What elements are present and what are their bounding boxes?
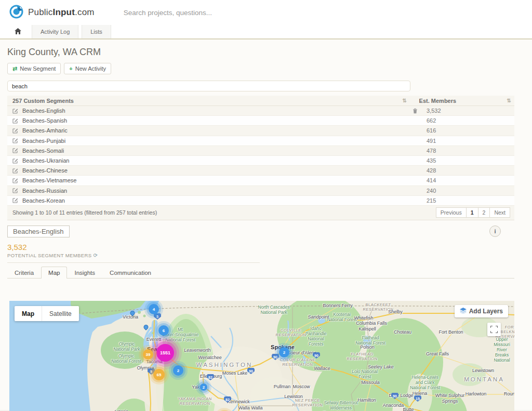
column-header-segments[interactable]: 257 Custom Segments bbox=[7, 98, 395, 104]
table-row[interactable]: Beaches-Vietnamese 414 bbox=[7, 176, 514, 185]
segment-name[interactable]: Beaches-Korean bbox=[22, 197, 65, 204]
pagination: Previous12Next bbox=[436, 207, 510, 218]
map-type-control: Map Satellite bbox=[15, 306, 79, 321]
edit-segment-icon[interactable] bbox=[12, 118, 18, 124]
segment-members: 435 bbox=[424, 157, 514, 164]
edit-segment-icon[interactable] bbox=[12, 168, 18, 174]
plus-icon: + bbox=[69, 65, 72, 72]
map-cluster-marker[interactable]: 2 bbox=[200, 383, 207, 391]
segment-name[interactable]: Beaches-Amharic bbox=[22, 127, 68, 134]
sort-icon[interactable]: ⇅ bbox=[395, 98, 414, 103]
edit-segment-icon[interactable] bbox=[12, 197, 18, 203]
home-icon bbox=[15, 28, 21, 35]
detail-tab-communication[interactable]: Communication bbox=[102, 267, 158, 279]
detail-tab-map[interactable]: Map bbox=[41, 267, 67, 279]
nav-tabbar: Activity Log Lists bbox=[0, 25, 532, 39]
member-count: 3,532 bbox=[7, 243, 514, 251]
table-row[interactable]: Beaches-Russian 240 bbox=[7, 186, 514, 196]
fullscreen-button[interactable] bbox=[487, 323, 501, 336]
segments-table: 257 Custom Segments ⇅ Est. Members ⇅ Bea… bbox=[7, 96, 514, 220]
edit-segment-icon[interactable] bbox=[12, 148, 18, 153]
segments-table-body: Beaches-English 3,532 Beaches-Spanish 66… bbox=[7, 106, 514, 206]
segment-name[interactable]: Beaches-Spanish bbox=[22, 117, 67, 124]
detail-tab-insights[interactable]: Insights bbox=[67, 267, 102, 279]
tab-activity-log[interactable]: Activity Log bbox=[32, 25, 78, 38]
tab-lists[interactable]: Lists bbox=[82, 25, 111, 38]
page-button-2[interactable]: 2 bbox=[478, 207, 490, 218]
detail-tabs: CriteriaMapInsightsCommunication bbox=[7, 266, 514, 279]
segment-name[interactable]: Beaches-Somali bbox=[22, 148, 64, 154]
table-row[interactable]: Beaches-Amharic 616 bbox=[7, 126, 514, 136]
page-button-next[interactable]: Next bbox=[489, 207, 510, 218]
edit-segment-icon[interactable] bbox=[12, 158, 18, 164]
sort-desc-icon[interactable]: ⇅ bbox=[507, 98, 511, 103]
table-header[interactable]: 257 Custom Segments ⇅ Est. Members ⇅ bbox=[7, 96, 514, 106]
edit-segment-icon[interactable] bbox=[12, 188, 18, 193]
edit-segment-icon[interactable] bbox=[12, 128, 18, 134]
map-cluster-marker[interactable]: 39 bbox=[143, 349, 153, 360]
segment-name[interactable]: Beaches-Russian bbox=[22, 188, 67, 194]
segment-name[interactable]: Beaches-Chinese bbox=[22, 167, 68, 174]
refresh-icon[interactable]: ⟳ bbox=[94, 253, 98, 258]
main-content: King County, WA CRM ⇄ New Segment + New … bbox=[0, 39, 532, 410]
segment-members: 240 bbox=[424, 188, 514, 194]
segment-name[interactable]: Beaches-Vietnamese bbox=[22, 177, 76, 183]
table-row[interactable]: Beaches-Korean 215 bbox=[7, 196, 514, 206]
layers-icon bbox=[460, 308, 467, 315]
segment-members: 616 bbox=[424, 127, 514, 134]
segment-name-box[interactable]: Beaches-English bbox=[7, 226, 70, 237]
brand-text: PublicInput.com bbox=[28, 7, 95, 18]
table-row[interactable]: Beaches-English 3,532 bbox=[7, 106, 514, 116]
table-row[interactable]: Beaches-Ukranian 435 bbox=[7, 156, 514, 166]
fullscreen-icon bbox=[490, 326, 498, 333]
segment-filter-input[interactable] bbox=[7, 81, 410, 91]
segment-arrows-icon: ⇄ bbox=[12, 65, 17, 72]
table-row[interactable]: Beaches-Punjabi 491 bbox=[7, 136, 514, 146]
map-type-map-button[interactable]: Map bbox=[15, 306, 42, 321]
page-button-previous[interactable]: Previous bbox=[436, 207, 467, 218]
add-layers-button[interactable]: Add Layers bbox=[455, 305, 508, 317]
column-header-members[interactable]: Est. Members bbox=[417, 98, 507, 104]
map-terrain bbox=[9, 301, 514, 411]
page-title: King County, WA CRM bbox=[0, 39, 532, 58]
global-search-input[interactable] bbox=[124, 9, 290, 17]
publicinput-logo-icon bbox=[9, 5, 23, 21]
segment-members: 478 bbox=[424, 148, 514, 154]
map-cluster-marker[interactable]: 4 bbox=[149, 304, 159, 314]
map-cluster-marker[interactable]: 2 bbox=[173, 365, 183, 376]
member-count-label: POTENTIAL SEGMENT MEMBERS ⟳ bbox=[7, 253, 514, 258]
edit-segment-icon[interactable] bbox=[12, 138, 18, 143]
map-cluster-marker[interactable]: 6 bbox=[158, 325, 169, 336]
table-row[interactable]: Beaches-Somali 478 bbox=[7, 146, 514, 156]
map-container[interactable]: VictoriaNorth Cascades National ParkBonn… bbox=[9, 301, 514, 411]
segment-members: 428 bbox=[424, 167, 514, 174]
segment-detail: Beaches-English i 3,532 POTENTIAL SEGMEN… bbox=[7, 226, 514, 279]
new-segment-button[interactable]: ⇄ New Segment bbox=[7, 63, 61, 74]
top-header: PublicInput.com bbox=[0, 0, 532, 25]
segment-name[interactable]: Beaches-Punjabi bbox=[22, 138, 65, 144]
page-button-1[interactable]: 1 bbox=[466, 207, 478, 218]
divider bbox=[7, 262, 260, 263]
edit-segment-icon[interactable] bbox=[12, 178, 18, 183]
segment-members: 215 bbox=[424, 197, 514, 204]
map-type-satellite-button[interactable]: Satellite bbox=[42, 306, 79, 321]
info-button[interactable]: i bbox=[489, 226, 501, 237]
detail-tab-criteria[interactable]: Criteria bbox=[7, 267, 41, 279]
new-activity-button[interactable]: + New Activity bbox=[64, 63, 111, 74]
edit-segment-icon[interactable] bbox=[12, 108, 18, 114]
map-cluster-marker[interactable]: 2 bbox=[279, 347, 289, 357]
table-row[interactable]: Beaches-Spanish 662 bbox=[7, 116, 514, 126]
segment-members: 3,532 bbox=[424, 108, 514, 114]
delete-segment-icon[interactable] bbox=[413, 108, 418, 114]
segment-members: 662 bbox=[424, 117, 514, 124]
segment-name[interactable]: Beaches-English bbox=[22, 108, 65, 114]
segment-name[interactable]: Beaches-Ukranian bbox=[22, 157, 70, 164]
map-cluster-marker[interactable]: 65 bbox=[153, 369, 165, 380]
map-cluster-marker[interactable]: 1551 bbox=[156, 344, 174, 362]
table-info-text: Showing 1 to 10 of 11 entries (filtered … bbox=[12, 209, 157, 216]
home-tab[interactable] bbox=[7, 25, 29, 38]
brand[interactable]: PublicInput.com bbox=[9, 5, 95, 21]
table-row[interactable]: Beaches-Chinese 428 bbox=[7, 166, 514, 176]
segment-members: 414 bbox=[424, 177, 514, 183]
segment-members: 491 bbox=[424, 138, 514, 144]
